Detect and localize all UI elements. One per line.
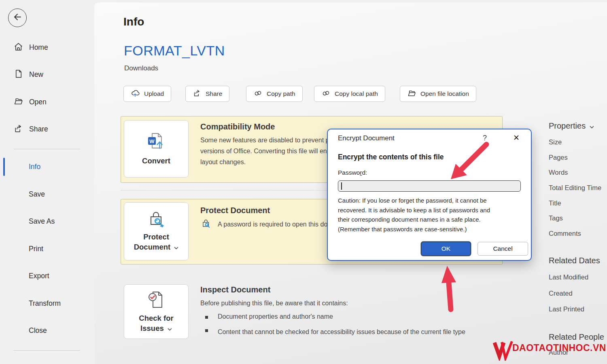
check-for-issues-button[interactable]: Check forIssues xyxy=(124,284,189,339)
related-date-label: Last Printed xyxy=(549,305,584,313)
sidebar-item-label: Open xyxy=(29,98,47,106)
sidebar-item-label: Share xyxy=(29,125,48,133)
word-backstage-info-screen: Home New Open Share Info Save Save As Pr… xyxy=(0,0,607,364)
sidebar-item-new[interactable]: New xyxy=(0,68,94,80)
file-location: Downloads xyxy=(124,64,158,72)
toolbar-button-label: Upload xyxy=(144,90,164,97)
sidebar-item-transform[interactable]: Transform xyxy=(0,298,94,309)
close-icon[interactable]: ✕ xyxy=(513,133,520,142)
protect-document-button-label: ProtectDocument xyxy=(134,232,179,252)
copy-path-button[interactable]: Copy path xyxy=(246,86,303,102)
password-label: Password: xyxy=(338,169,367,176)
convert-button-label: Convert xyxy=(142,156,170,166)
sidebar-item-export[interactable]: Export xyxy=(0,270,94,281)
related-dates-title: Related Dates xyxy=(549,256,600,265)
page-title: Info xyxy=(123,15,144,28)
toolbar-button-label: Share xyxy=(206,90,222,97)
caution-text: Caution: If you lose or forget the passw… xyxy=(338,196,490,234)
sidebar-item-label: New xyxy=(29,70,43,79)
link-icon xyxy=(321,89,331,99)
sidebar-divider xyxy=(13,149,80,149)
text-caret xyxy=(341,182,342,190)
toolbar-button-label: Copy path xyxy=(267,90,295,97)
folder-icon xyxy=(407,89,416,99)
dialog-title: Encrypt Document xyxy=(338,134,395,142)
sidebar-item-home[interactable]: Home xyxy=(0,41,94,53)
sidebar-item-save[interactable]: Save xyxy=(0,188,94,200)
share-button[interactable]: Share xyxy=(185,86,229,102)
back-arrow-icon xyxy=(13,12,22,23)
protect-document-title: Protect Document xyxy=(200,206,270,215)
open-folder-icon xyxy=(13,96,23,108)
sidebar-divider xyxy=(13,350,80,351)
bullet-marker xyxy=(205,316,208,319)
share-icon xyxy=(13,123,23,135)
encrypt-document-dialog: Encrypt Document ? ✕ Encrypt the content… xyxy=(327,129,532,261)
related-date-label: Last Modified xyxy=(549,273,588,281)
sidebar-item-share[interactable]: Share xyxy=(0,123,94,135)
lock-key-icon xyxy=(146,210,166,230)
chevron-down-icon xyxy=(590,121,594,131)
protect-document-button[interactable]: ProtectDocument xyxy=(124,202,189,260)
property-label: Total Editing Time xyxy=(549,184,601,192)
property-label: Pages xyxy=(549,154,568,161)
inspect-bullet: Content that cannot be checked for acces… xyxy=(218,326,493,337)
help-icon[interactable]: ? xyxy=(483,134,487,142)
check-for-issues-button-label: Check forIssues xyxy=(139,313,173,334)
related-people-title: Related People xyxy=(549,332,604,342)
toolbar-button-label: Open file location xyxy=(420,90,469,97)
home-icon xyxy=(13,42,23,53)
sidebar-item-open[interactable]: Open xyxy=(0,96,94,108)
upload-cloud-icon xyxy=(131,89,140,99)
properties-dropdown[interactable]: Properties xyxy=(549,121,594,131)
check-document-icon xyxy=(146,290,166,311)
word-document-convert-icon: W xyxy=(146,132,166,154)
cancel-button[interactable]: Cancel xyxy=(478,242,528,256)
sidebar-item-label: Home xyxy=(29,43,48,52)
compatibility-text-line: layout changes. xyxy=(200,159,246,166)
back-button[interactable] xyxy=(8,8,27,27)
copy-local-path-button[interactable]: Copy local path xyxy=(314,86,385,102)
property-label: Size xyxy=(549,138,562,146)
sidebar-item-close[interactable]: Close xyxy=(0,325,94,336)
daotaotinhoc-logo-icon xyxy=(493,340,513,362)
inspect-bullet: Document properties and author's name xyxy=(218,313,333,320)
property-label: Comments xyxy=(549,230,581,237)
ok-button[interactable]: OK xyxy=(421,242,471,256)
related-date-label: Created xyxy=(549,290,573,297)
open-file-location-button[interactable]: Open file location xyxy=(400,86,476,102)
sidebar-item-save-as[interactable]: Save As xyxy=(0,216,94,227)
convert-button[interactable]: W Convert xyxy=(124,120,189,178)
bullet-marker xyxy=(205,329,208,332)
file-name: FORMAT_LVTN xyxy=(124,43,225,59)
compatibility-mode-title: Compatibility Mode xyxy=(200,122,275,131)
inspect-document-title: Inspect Document xyxy=(200,285,270,294)
property-label: Tags xyxy=(549,214,563,222)
sidebar-item-print[interactable]: Print xyxy=(0,243,94,254)
property-label: Words xyxy=(549,169,568,176)
daotaotinhoc-logo-text: DAOTAOTINHOC.VN xyxy=(512,343,606,353)
password-input[interactable] xyxy=(338,180,521,192)
new-document-icon xyxy=(13,69,23,80)
link-icon xyxy=(253,89,263,99)
dialog-heading: Encrypt the contents of this file xyxy=(338,153,444,161)
lock-key-small-icon xyxy=(201,219,211,230)
sidebar-item-info[interactable]: Info xyxy=(0,161,94,172)
chevron-down-icon xyxy=(168,324,172,334)
upload-button[interactable]: Upload xyxy=(123,86,171,102)
inspect-document-intro: Before publishing this file, be aware th… xyxy=(200,300,348,307)
svg-text:W: W xyxy=(149,138,155,144)
share-icon xyxy=(193,89,202,99)
chevron-down-icon xyxy=(174,242,178,252)
toolbar-button-label: Copy local path xyxy=(335,90,378,97)
property-label: Title xyxy=(549,199,561,207)
backstage-sidebar: Home New Open Share Info Save Save As Pr… xyxy=(0,0,94,364)
